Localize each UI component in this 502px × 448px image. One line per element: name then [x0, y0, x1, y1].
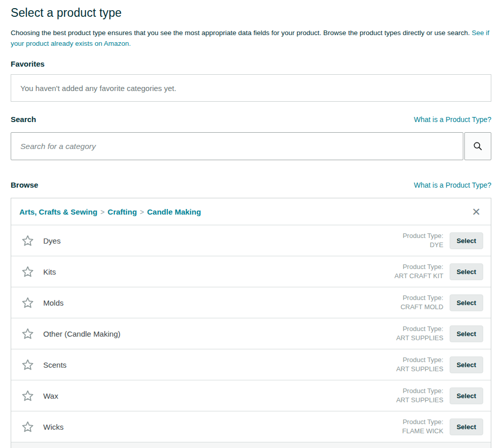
product-type-block: Product Type: FLAME WICK	[402, 417, 444, 436]
category-row-right: Product Type: ART CRAFT KIT Select	[395, 262, 483, 281]
select-button[interactable]: Select	[450, 263, 483, 280]
category-row: Wax Product Type: ART SUPPLIES Select	[11, 380, 491, 411]
product-type-label: Product Type:	[403, 418, 444, 426]
favorites-heading: Favorites	[11, 59, 45, 68]
star-icon	[21, 327, 34, 340]
product-type-block: Product Type: ART SUPPLIES	[396, 386, 444, 405]
category-row: Kits Product Type: ART CRAFT KIT Select	[11, 256, 491, 287]
favorite-star-button[interactable]	[21, 390, 34, 402]
category-row-right: Product Type: ART SUPPLIES Select	[396, 324, 483, 343]
select-button[interactable]: Select	[450, 294, 483, 311]
breadcrumb-item-crafting[interactable]: Crafting	[108, 207, 137, 216]
category-row: Wicks Product Type: FLAME WICK Select	[11, 411, 491, 442]
category-row-right: Product Type: FLAME WICK Select	[402, 417, 483, 436]
product-type-label: Product Type:	[403, 356, 444, 364]
breadcrumb-separator-icon: >	[97, 208, 107, 216]
search-heading: Search	[11, 115, 36, 124]
select-button[interactable]: Select	[450, 419, 483, 435]
product-type-value: FLAME WICK	[402, 427, 444, 435]
product-type-label: Product Type:	[403, 263, 444, 271]
category-name: Wax	[43, 392, 58, 400]
page-description: Choosing the best product type ensures t…	[11, 27, 491, 49]
browse-section-head: Browse What is a Product Type?	[11, 181, 491, 189]
category-row-right: Product Type: CRAFT MOLD Select	[400, 293, 483, 312]
category-name: Other (Candle Making)	[43, 330, 121, 338]
category-row: Molds Product Type: CRAFT MOLD Select	[11, 287, 491, 318]
category-name: Dyes	[43, 236, 61, 245]
browse-panel: Arts, Crafts & Sewing>Crafting>Candle Ma…	[11, 198, 491, 448]
browse-heading: Browse	[11, 181, 38, 189]
category-name: Scents	[43, 361, 67, 369]
search-what-is-product-type-link[interactable]: What is a Product Type?	[414, 115, 491, 124]
category-row-right: Product Type: ART SUPPLIES Select	[396, 355, 483, 374]
search-row	[11, 132, 491, 160]
category-row: Scents Product Type: ART SUPPLIES Select	[11, 349, 491, 380]
product-type-label: Product Type:	[403, 294, 444, 302]
product-type-value: CRAFT MOLD	[400, 303, 443, 311]
select-button[interactable]: Select	[450, 356, 483, 373]
magnifier-icon	[473, 141, 483, 151]
star-icon	[21, 390, 34, 402]
select-button[interactable]: Select	[450, 325, 483, 342]
select-button[interactable]: Select	[450, 387, 483, 404]
breadcrumb-item-root[interactable]: Arts, Crafts & Sewing	[19, 207, 97, 216]
category-row: Other (Candle Making) Product Type: ART …	[11, 318, 491, 349]
star-icon	[21, 421, 34, 433]
product-type-value: ART SUPPLIES	[396, 334, 444, 342]
category-row-right: Product Type: DYE Select	[403, 231, 483, 250]
page-title: Select a product type	[11, 6, 491, 20]
select-product-type-page: Select a product type Choosing the best …	[0, 0, 502, 448]
breadcrumb-separator-icon: >	[137, 208, 147, 216]
category-name: Wicks	[43, 423, 64, 431]
product-type-value: ART SUPPLIES	[396, 396, 444, 404]
product-type-value: ART SUPPLIES	[396, 365, 444, 373]
product-type-label: Product Type:	[403, 232, 444, 240]
favorites-section-head: Favorites	[11, 59, 491, 68]
favorite-star-button[interactable]	[21, 265, 34, 278]
close-icon[interactable]: ✕	[469, 205, 483, 218]
product-type-value: DYE	[430, 241, 444, 249]
breadcrumb-row: Arts, Crafts & Sewing>Crafting>Candle Ma…	[11, 198, 491, 225]
product-type-block: Product Type: CRAFT MOLD	[400, 293, 443, 312]
category-row-right: Product Type: ART SUPPLIES Select	[396, 386, 483, 405]
product-type-label: Product Type:	[403, 325, 444, 333]
page-description-text: Choosing the best product type ensures t…	[11, 29, 472, 37]
star-icon	[21, 265, 34, 278]
search-section-head: Search What is a Product Type?	[11, 115, 491, 124]
browse-what-is-product-type-link[interactable]: What is a Product Type?	[414, 181, 491, 189]
breadcrumb-item-candle-making[interactable]: Candle Making	[147, 207, 201, 216]
favorites-empty-message: You haven't added any favorite categorie…	[20, 84, 176, 93]
favorite-star-button[interactable]	[21, 296, 34, 309]
category-row: Dyes Product Type: DYE Select	[11, 225, 491, 256]
product-type-block: Product Type: ART SUPPLIES	[396, 355, 444, 374]
product-type-block: Product Type: ART SUPPLIES	[396, 324, 444, 343]
search-button[interactable]	[464, 132, 491, 160]
favorite-star-button[interactable]	[21, 327, 34, 340]
panel-footer	[11, 442, 491, 448]
favorites-empty-box: You haven't added any favorite categorie…	[11, 74, 491, 102]
star-icon	[21, 234, 34, 247]
product-type-label: Product Type:	[403, 387, 444, 395]
select-button[interactable]: Select	[450, 232, 483, 249]
product-type-value: ART CRAFT KIT	[395, 272, 444, 280]
category-name: Kits	[43, 267, 56, 276]
browse-rows: Dyes Product Type: DYE Select Kits Produ…	[11, 225, 491, 442]
product-type-block: Product Type: DYE	[403, 231, 444, 250]
favorite-star-button[interactable]	[21, 234, 34, 247]
product-type-block: Product Type: ART CRAFT KIT	[395, 262, 444, 281]
favorite-star-button[interactable]	[21, 359, 34, 371]
favorite-star-button[interactable]	[21, 421, 34, 433]
search-input[interactable]	[11, 132, 463, 160]
category-name: Molds	[43, 298, 64, 307]
star-icon	[21, 296, 34, 309]
breadcrumb: Arts, Crafts & Sewing>Crafting>Candle Ma…	[19, 207, 201, 216]
star-icon	[21, 359, 34, 371]
